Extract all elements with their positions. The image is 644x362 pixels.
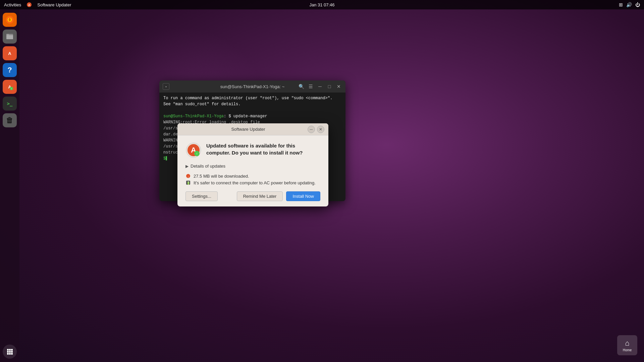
svg-rect-15	[11, 349, 13, 351]
details-label: Details of updates	[191, 164, 225, 169]
dialog-body: A ↑ Updated software is available for th…	[177, 135, 328, 206]
dock-icon-help[interactable]: ?	[3, 63, 17, 77]
dialog-title: Software Updater	[189, 127, 308, 132]
svg-text:🔋: 🔋	[186, 181, 191, 185]
svg-rect-21	[11, 353, 13, 355]
download-icon: ↓	[185, 173, 191, 179]
terminal-menu-button[interactable]: ☰	[307, 83, 314, 90]
terminal-minimize-button[interactable]: ─	[317, 83, 323, 90]
terminal-label: >_	[7, 101, 13, 106]
terminal-search-button[interactable]: 🔍	[298, 83, 305, 90]
grid-icon	[7, 349, 13, 355]
dialog-close-button[interactable]: ✕	[317, 126, 324, 133]
power-icon: ⏻	[635, 2, 640, 7]
updater-dialog: Software Updater ─ ✕ A ↑ Updated softwar…	[177, 123, 328, 206]
details-chevron-icon: ▶	[185, 164, 189, 169]
svg-rect-17	[9, 351, 11, 353]
activities-button[interactable]: Activities	[4, 2, 21, 7]
terminal-line-2: See "man sudo_root" for details.	[163, 101, 341, 107]
terminal-close-button[interactable]: ✕	[335, 83, 342, 90]
info-power-text: It's safer to connect the computer to AC…	[194, 180, 316, 185]
show-apps-button[interactable]	[3, 345, 17, 359]
info-row-power: 🔋 It's safer to connect the computer to …	[185, 180, 320, 185]
dialog-message: Updated software is available for this c…	[206, 142, 320, 156]
terminal-line-3	[163, 107, 341, 113]
svg-rect-6	[6, 34, 9, 35]
svg-rect-14	[9, 349, 11, 351]
terminal-tab-icon: ▪	[163, 83, 169, 90]
power-warning-icon: 🔋	[185, 180, 191, 185]
info-rows: ↓ 27.5 MB will be downloaded. 🔋 It's saf…	[185, 173, 320, 185]
terminal-title: sun@Suns-ThinkPad-X1-Yoga: ~	[220, 84, 285, 89]
dock: A ? A ↑ >_ 🗑	[0, 9, 19, 362]
dialog-minimize-button[interactable]: ─	[308, 126, 315, 133]
terminal-maximize-button[interactable]: □	[326, 83, 333, 90]
home-icon: ⌂	[625, 339, 629, 348]
trash-icon: 🗑	[6, 116, 13, 125]
firefox-icon	[5, 15, 14, 24]
home-widget[interactable]: ⌂ Home	[617, 335, 637, 355]
terminal-titlebar-left: ▪	[163, 83, 169, 90]
topbar: Activities A Software Updater Jan 31 07:…	[0, 0, 644, 9]
dialog-app-icon: A ↑	[185, 142, 202, 158]
svg-text:A: A	[8, 51, 11, 56]
dock-bottom	[3, 345, 17, 359]
dialog-controls: ─ ✕	[308, 126, 324, 133]
help-label: ?	[7, 66, 12, 74]
install-now-button[interactable]: Install Now	[286, 191, 320, 201]
appstore-icon: A	[6, 49, 14, 57]
topbar-left: Activities A Software Updater	[4, 2, 71, 7]
network-icon: ⊞	[619, 2, 623, 7]
settings-button[interactable]: Settings...	[185, 191, 218, 201]
svg-text:↑: ↑	[196, 152, 198, 156]
terminal-line-4: sun@Suns-ThinkPad-X1-Yoga: $ update-mana…	[163, 113, 341, 119]
svg-text:A: A	[28, 3, 31, 7]
dock-icon-terminal[interactable]: >_	[3, 97, 17, 111]
desktop: Activities A Software Updater Jan 31 07:…	[0, 0, 644, 362]
terminal-titlebar: ▪ sun@Suns-ThinkPad-X1-Yoga: ~ 🔍 ☰ ─ □ ✕	[159, 80, 345, 93]
dialog-actions: Settings... Remind Me Later Install Now	[185, 191, 320, 201]
updater-icon: A ↑	[6, 83, 14, 91]
svg-text:↓: ↓	[187, 175, 189, 178]
svg-rect-20	[9, 353, 11, 355]
svg-text:↑: ↑	[11, 87, 12, 90]
info-row-download: ↓ 27.5 MB will be downloaded.	[185, 173, 320, 179]
dock-icon-firefox[interactable]	[3, 13, 17, 27]
dock-icon-trash[interactable]: 🗑	[3, 113, 17, 127]
svg-rect-13	[7, 349, 9, 351]
info-download-text: 27.5 MB will be downloaded.	[194, 174, 249, 179]
details-row[interactable]: ▶ Details of updates	[185, 164, 320, 169]
dock-icon-files[interactable]	[3, 29, 17, 44]
terminal-line-1: To run a command as administrator (user …	[163, 95, 341, 101]
dialog-header: A ↑ Updated software is available for th…	[185, 142, 320, 158]
topbar-right: ⊞ 🔊 ⏻	[619, 2, 640, 7]
home-label: Home	[623, 348, 632, 352]
topbar-datetime: Jan 31 07:46	[309, 2, 334, 7]
svg-rect-18	[11, 351, 13, 353]
dialog-titlebar: Software Updater ─ ✕	[177, 123, 328, 135]
remind-later-button[interactable]: Remind Me Later	[237, 191, 283, 201]
svg-rect-19	[7, 353, 9, 355]
terminal-titlebar-right: 🔍 ☰ ─ □ ✕	[298, 83, 342, 90]
topbar-app-icon: A	[26, 2, 32, 7]
files-icon	[6, 33, 14, 41]
svg-rect-5	[6, 35, 13, 39]
topbar-app-name: Software Updater	[37, 2, 71, 7]
dock-icon-appstore[interactable]: A	[3, 46, 17, 60]
svg-rect-16	[7, 351, 9, 353]
sound-icon: 🔊	[626, 2, 632, 7]
dock-icon-updater[interactable]: A ↑	[3, 80, 17, 94]
